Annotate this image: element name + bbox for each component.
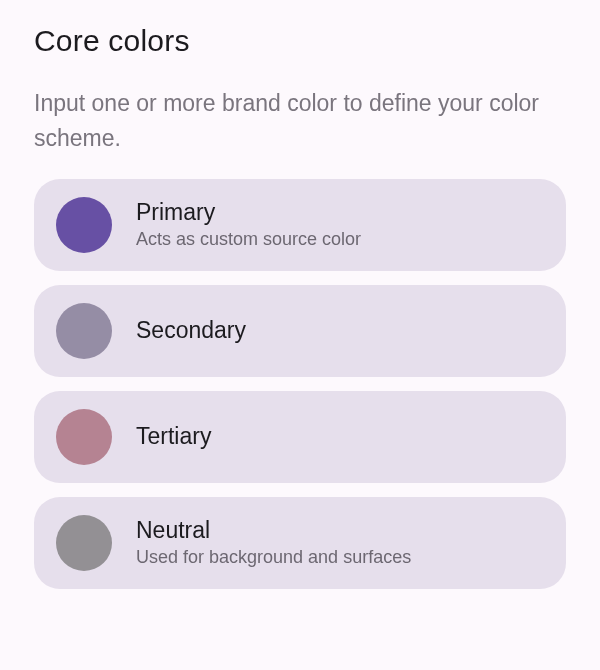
color-desc-neutral: Used for background and surfaces	[136, 546, 411, 569]
color-desc-primary: Acts as custom source color	[136, 228, 361, 251]
color-name-neutral: Neutral	[136, 517, 411, 545]
color-swatch-primary[interactable]	[56, 197, 112, 253]
color-text-neutral: Neutral Used for background and surfaces	[136, 517, 411, 570]
color-text-tertiary: Tertiary	[136, 423, 211, 451]
core-colors-panel: Core colors Input one or more brand colo…	[0, 0, 600, 589]
color-name-primary: Primary	[136, 199, 361, 227]
color-swatch-secondary[interactable]	[56, 303, 112, 359]
color-row-secondary[interactable]: Secondary	[34, 285, 566, 377]
color-text-secondary: Secondary	[136, 317, 246, 345]
color-name-secondary: Secondary	[136, 317, 246, 345]
color-row-primary[interactable]: Primary Acts as custom source color	[34, 179, 566, 271]
color-swatch-tertiary[interactable]	[56, 409, 112, 465]
color-swatch-neutral[interactable]	[56, 515, 112, 571]
color-text-primary: Primary Acts as custom source color	[136, 199, 361, 252]
page-subtitle: Input one or more brand color to define …	[34, 86, 554, 155]
color-row-neutral[interactable]: Neutral Used for background and surfaces	[34, 497, 566, 589]
color-name-tertiary: Tertiary	[136, 423, 211, 451]
color-row-tertiary[interactable]: Tertiary	[34, 391, 566, 483]
page-title: Core colors	[34, 24, 566, 58]
